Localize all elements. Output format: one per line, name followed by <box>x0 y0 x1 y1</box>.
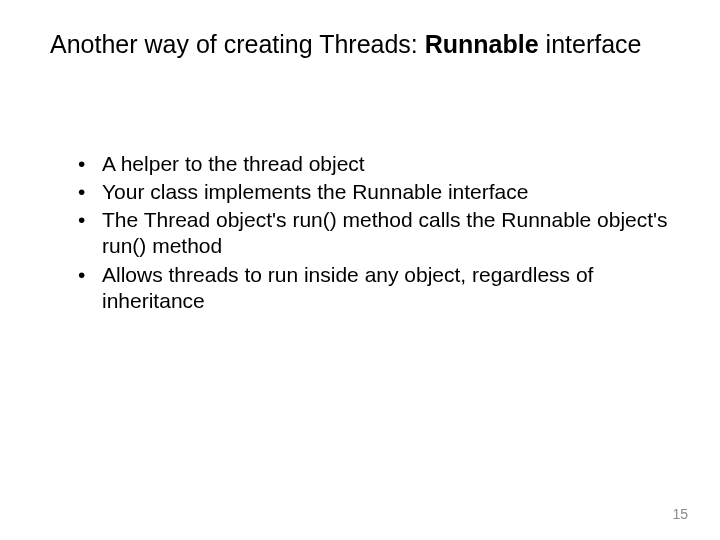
title-suffix: interface <box>539 30 642 58</box>
title-bold: Runnable <box>425 30 539 58</box>
slide: Another way of creating Threads: Runnabl… <box>0 0 720 540</box>
slide-title: Another way of creating Threads: Runnabl… <box>50 28 670 61</box>
list-item: A helper to the thread object <box>84 151 670 177</box>
title-prefix: Another way of creating Threads: <box>50 30 425 58</box>
bullet-list: A helper to the thread object Your class… <box>50 151 670 315</box>
page-number: 15 <box>672 506 688 522</box>
list-item: The Thread object's run() method calls t… <box>84 207 670 260</box>
list-item: Allows threads to run inside any object,… <box>84 262 670 315</box>
list-item: Your class implements the Runnable inter… <box>84 179 670 205</box>
